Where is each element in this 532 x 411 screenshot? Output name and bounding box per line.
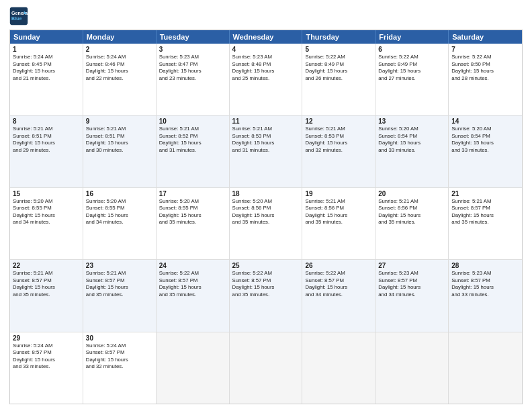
calendar-cell: 3 Sunrise: 5:23 AM Sunset: 8:47 PM Dayli… (157, 44, 230, 115)
calendar-cell: 8 Sunrise: 5:21 AM Sunset: 8:51 PM Dayli… (10, 116, 83, 187)
daylight-label: Daylight: 15 hours (305, 68, 372, 75)
daylight-minutes: and 35 minutes. (159, 291, 226, 299)
day-number: 3 (159, 46, 226, 53)
sunrise-text: Sunrise: 5:20 AM (86, 198, 153, 205)
sunrise-text: Sunrise: 5:20 AM (451, 126, 519, 133)
daylight-label: Daylight: 15 hours (86, 357, 153, 364)
daylight-label: Daylight: 15 hours (13, 284, 80, 291)
sunset-text: Sunset: 8:57 PM (232, 277, 300, 285)
daylight-label: Daylight: 15 hours (13, 212, 80, 220)
daylight-minutes: and 34 minutes. (13, 219, 80, 226)
daylight-minutes: and 30 minutes. (86, 147, 153, 154)
header: General Blue (9, 7, 523, 26)
day-number: 29 (13, 334, 80, 342)
sunset-text: Sunset: 8:56 PM (305, 205, 372, 212)
calendar-row: 15 Sunrise: 5:20 AM Sunset: 8:55 PM Dayl… (10, 187, 522, 259)
daylight-label: Daylight: 15 hours (451, 140, 519, 147)
calendar-cell: 21 Sunrise: 5:21 AM Sunset: 8:57 PM Dayl… (449, 188, 522, 259)
calendar-header: SundayMondayTuesdayWednesdayThursdayFrid… (10, 30, 522, 44)
daylight-label: Daylight: 15 hours (13, 357, 80, 364)
sunrise-text: Sunrise: 5:21 AM (305, 198, 372, 205)
sunset-text: Sunset: 8:54 PM (451, 133, 519, 140)
sunset-text: Sunset: 8:55 PM (86, 205, 153, 212)
day-number: 23 (86, 262, 153, 269)
weekday-header: Saturday (449, 30, 522, 44)
calendar-cell: 29 Sunrise: 5:24 AM Sunset: 8:57 PM Dayl… (10, 332, 83, 404)
daylight-minutes: and 29 minutes. (13, 147, 80, 154)
day-number: 4 (232, 46, 300, 53)
daylight-label: Daylight: 15 hours (232, 68, 300, 75)
logo: General Blue (9, 7, 31, 26)
sunset-text: Sunset: 8:54 PM (378, 133, 445, 140)
daylight-label: Daylight: 15 hours (159, 212, 226, 220)
daylight-label: Daylight: 15 hours (451, 284, 519, 291)
sunset-text: Sunset: 8:57 PM (13, 349, 80, 357)
daylight-minutes: and 35 minutes. (451, 219, 519, 226)
calendar-cell: 16 Sunrise: 5:20 AM Sunset: 8:55 PM Dayl… (83, 188, 157, 259)
sunrise-text: Sunrise: 5:21 AM (378, 198, 445, 205)
daylight-minutes: and 26 minutes. (305, 75, 372, 83)
sunset-text: Sunset: 8:56 PM (232, 205, 300, 212)
svg-text:Blue: Blue (11, 16, 21, 21)
sunrise-text: Sunrise: 5:23 AM (451, 270, 519, 277)
day-number: 17 (159, 190, 226, 197)
sunset-text: Sunset: 8:50 PM (451, 61, 519, 68)
day-number: 22 (13, 262, 80, 269)
calendar-row: 8 Sunrise: 5:21 AM Sunset: 8:51 PM Dayli… (10, 115, 522, 187)
calendar-cell: 23 Sunrise: 5:21 AM Sunset: 8:57 PM Dayl… (83, 260, 157, 331)
daylight-minutes: and 35 minutes. (378, 219, 445, 226)
sunrise-text: Sunrise: 5:21 AM (13, 270, 80, 277)
day-number: 28 (451, 262, 519, 269)
weekday-header: Friday (375, 30, 449, 44)
daylight-label: Daylight: 15 hours (159, 140, 226, 147)
calendar-cell: 11 Sunrise: 5:21 AM Sunset: 8:53 PM Dayl… (230, 116, 303, 187)
calendar-cell: 24 Sunrise: 5:22 AM Sunset: 8:57 PM Dayl… (157, 260, 230, 331)
daylight-label: Daylight: 15 hours (86, 68, 153, 75)
day-number: 7 (451, 46, 519, 53)
sunrise-text: Sunrise: 5:21 AM (451, 198, 519, 205)
sunrise-text: Sunrise: 5:24 AM (13, 54, 80, 61)
sunset-text: Sunset: 8:48 PM (232, 61, 300, 68)
calendar-cell: 30 Sunrise: 5:24 AM Sunset: 8:57 PM Dayl… (83, 332, 157, 404)
day-number: 21 (451, 190, 519, 197)
daylight-minutes: and 23 minutes. (159, 75, 226, 83)
calendar-cell: 13 Sunrise: 5:20 AM Sunset: 8:54 PM Dayl… (375, 116, 449, 187)
daylight-label: Daylight: 15 hours (378, 212, 445, 220)
calendar-cell: 7 Sunrise: 5:22 AM Sunset: 8:50 PM Dayli… (449, 44, 522, 115)
day-number: 15 (13, 190, 80, 197)
sunrise-text: Sunrise: 5:20 AM (13, 198, 80, 205)
sunset-text: Sunset: 8:51 PM (13, 133, 80, 140)
day-number: 1 (13, 46, 80, 53)
sunrise-text: Sunrise: 5:21 AM (305, 126, 372, 133)
daylight-minutes: and 22 minutes. (86, 75, 153, 83)
day-number: 5 (305, 46, 372, 53)
daylight-minutes: and 31 minutes. (159, 147, 226, 154)
daylight-minutes: and 34 minutes. (86, 219, 153, 226)
daylight-minutes: and 35 minutes. (13, 291, 80, 299)
daylight-minutes: and 28 minutes. (451, 75, 519, 83)
calendar-cell: 10 Sunrise: 5:21 AM Sunset: 8:52 PM Dayl… (157, 116, 230, 187)
weekday-header: Thursday (302, 30, 375, 44)
day-number: 2 (86, 46, 153, 53)
sunrise-text: Sunrise: 5:24 AM (86, 342, 153, 350)
sunrise-text: Sunrise: 5:22 AM (305, 54, 372, 61)
weekday-header: Sunday (10, 30, 83, 44)
daylight-label: Daylight: 15 hours (86, 140, 153, 147)
daylight-label: Daylight: 15 hours (378, 140, 445, 147)
sunset-text: Sunset: 8:57 PM (86, 277, 153, 285)
calendar-cell: 20 Sunrise: 5:21 AM Sunset: 8:56 PM Dayl… (375, 188, 449, 259)
daylight-label: Daylight: 15 hours (159, 284, 226, 291)
calendar-cell: 15 Sunrise: 5:20 AM Sunset: 8:55 PM Dayl… (10, 188, 83, 259)
daylight-label: Daylight: 15 hours (305, 140, 372, 147)
daylight-label: Daylight: 15 hours (451, 212, 519, 220)
day-number: 12 (305, 118, 372, 125)
daylight-minutes: and 33 minutes. (378, 147, 445, 154)
daylight-label: Daylight: 15 hours (86, 212, 153, 220)
sunset-text: Sunset: 8:56 PM (378, 205, 445, 212)
daylight-label: Daylight: 15 hours (232, 212, 300, 220)
daylight-minutes: and 34 minutes. (378, 291, 445, 299)
daylight-label: Daylight: 15 hours (232, 140, 300, 147)
sunrise-text: Sunrise: 5:21 AM (232, 126, 300, 133)
sunrise-text: Sunrise: 5:20 AM (378, 126, 445, 133)
calendar-cell (157, 332, 230, 404)
